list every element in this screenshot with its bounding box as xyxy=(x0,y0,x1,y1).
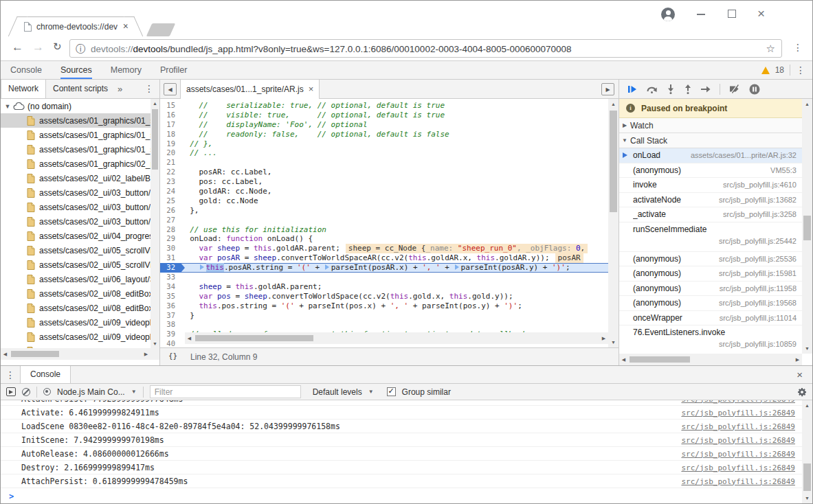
message-source-link[interactable]: src/jsb_polyfill.js:26849 xyxy=(681,463,795,472)
editor-horizontal-scrollbar[interactable]: ◀ ▶ xyxy=(185,332,608,344)
line-number[interactable]: 17 xyxy=(160,120,181,130)
group-similar-checkbox[interactable] xyxy=(387,387,396,396)
devtools-tab-profiler[interactable]: Profiler xyxy=(160,61,188,79)
message-source-link[interactable]: src/jsb_polyfill.js:26849 xyxy=(681,400,795,404)
settings-gear-icon[interactable] xyxy=(797,387,807,397)
navigator-tab-content-scripts[interactable]: Content scripts xyxy=(46,80,115,98)
file-tree-item[interactable]: assets/cases/02_ui/02_label/Bi xyxy=(1,171,151,185)
callstack-frame[interactable]: (anonymous)src/jsb_polyfill.js:11958 xyxy=(619,282,802,297)
continue-to-here-icon[interactable] xyxy=(200,264,204,270)
scrollbar-thumb[interactable] xyxy=(11,351,59,357)
line-number[interactable]: 23 xyxy=(160,177,181,187)
file-tree-item[interactable]: assets/cases/02_ui/03_button/ xyxy=(1,214,151,229)
new-tab-button[interactable] xyxy=(146,23,175,36)
code-line[interactable]: 29 onLoad: function onLoad() { xyxy=(160,234,608,244)
code-line[interactable]: 34 sheep = this.goldAR.parent; xyxy=(160,282,608,292)
callstack-frame[interactable]: (anonymous)src/jsb_polyfill.js:15981 xyxy=(619,266,802,282)
expand-arrow-icon[interactable]: ▼ xyxy=(3,103,12,110)
line-number[interactable]: 40 xyxy=(160,339,181,347)
scroll-right-icon[interactable]: ▶ xyxy=(793,354,802,365)
scroll-down-icon[interactable]: ▼ xyxy=(802,343,812,354)
chevron-down-icon[interactable]: ▼ xyxy=(131,389,137,395)
code-line[interactable]: 23 pos: cc.Label, xyxy=(160,177,608,187)
devtools-tab-console[interactable]: Console xyxy=(10,61,42,79)
line-number[interactable]: 22 xyxy=(160,168,181,177)
navigator-horizontal-scrollbar[interactable]: ◀ ▶ xyxy=(1,348,151,360)
levels-dropdown[interactable]: Default levels xyxy=(313,387,362,397)
line-number[interactable]: 38 xyxy=(160,320,181,330)
line-number[interactable]: 34 xyxy=(160,282,181,292)
code-line[interactable]: 38 xyxy=(160,320,608,330)
line-number[interactable]: 26 xyxy=(160,206,181,216)
file-tree-item[interactable]: assets/cases/02_ui/08_editBox xyxy=(1,286,151,301)
callstack-frame[interactable]: runSceneImmediatesrc/jsb_polyfill.js:254… xyxy=(619,222,802,252)
line-number[interactable]: 33 xyxy=(160,273,181,282)
file-tree-item[interactable]: assets/cases/02_ui/03_button/ xyxy=(1,185,151,200)
expand-arrow-icon[interactable]: ▼ xyxy=(619,137,630,144)
code-line[interactable]: 31 var posAR = sheep.convertToWorldSpace… xyxy=(160,253,608,263)
code-line[interactable]: 36 this.pos.string = '(' + parseInt(pos.… xyxy=(160,301,608,311)
line-number[interactable]: 24 xyxy=(160,187,181,196)
scroll-right-icon[interactable]: ▶ xyxy=(142,348,151,360)
scrollbar-thumb[interactable] xyxy=(803,216,811,240)
callstack-frame[interactable]: (anonymous)VM55:3 xyxy=(619,163,802,179)
context-selector[interactable]: Node.js Main Co... xyxy=(57,387,125,397)
scroll-left-icon[interactable]: ◀ xyxy=(1,348,10,360)
scroll-up-icon[interactable]: ▲ xyxy=(608,99,619,109)
code-editor[interactable]: 15 // serializable: true, // optional, d… xyxy=(160,99,608,347)
line-number[interactable]: 25 xyxy=(160,196,181,206)
hide-navigator-icon[interactable]: ◀ xyxy=(164,83,177,95)
scrollbar-thumb[interactable] xyxy=(610,111,617,212)
minimize-button[interactable] xyxy=(697,14,705,15)
line-number[interactable]: 21 xyxy=(160,158,181,168)
code-line[interactable]: 21 xyxy=(160,158,608,168)
warning-icon[interactable] xyxy=(761,67,770,74)
line-number[interactable]: 31 xyxy=(160,253,181,263)
browser-tab[interactable]: chrome-devtools://dev × xyxy=(19,16,133,36)
close-button[interactable]: × xyxy=(757,6,765,21)
drawer-menu-icon[interactable]: ⋮ xyxy=(1,366,20,383)
tab-close-icon[interactable]: × xyxy=(123,21,129,31)
editor-vertical-scrollbar[interactable]: ▲ ▼ xyxy=(608,99,619,347)
file-tree-item[interactable]: assets/cases/01_graphics/01_s xyxy=(1,128,151,142)
callstack-frame[interactable]: invokesrc/jsb_polyfill.js:4610 xyxy=(619,178,802,193)
pause-on-exceptions-icon[interactable] xyxy=(749,84,760,95)
drawer-close-icon[interactable]: × xyxy=(797,366,812,383)
devtools-tab-memory[interactable]: Memory xyxy=(111,61,142,79)
message-source-link[interactable]: src/jsb_polyfill.js:26849 xyxy=(681,422,795,431)
file-tree-item[interactable]: assets/cases/02_ui/05_scrollVi xyxy=(1,243,151,257)
line-number[interactable]: 16 xyxy=(160,111,181,120)
code-line[interactable]: 27 xyxy=(160,216,608,225)
line-number[interactable]: 27 xyxy=(160,216,181,225)
debugger-horizontal-scrollbar[interactable]: ◀ ▶ xyxy=(619,354,802,365)
devtools-tab-sources[interactable]: Sources xyxy=(60,61,92,79)
more-tabs-icon[interactable]: » xyxy=(115,80,125,98)
execution-context-icon[interactable] xyxy=(6,387,16,396)
code-line[interactable]: 17 // displayName: 'Foo', // optional xyxy=(160,120,608,130)
scroll-right-icon[interactable]: ▶ xyxy=(599,332,608,344)
back-icon[interactable]: ← xyxy=(12,41,23,54)
scroll-up-icon[interactable]: ▲ xyxy=(802,400,812,411)
chevron-down-icon[interactable]: ▼ xyxy=(368,389,374,395)
line-number[interactable]: 35 xyxy=(160,292,181,301)
file-tree-item[interactable]: assets/cases/02_ui/04_progres xyxy=(1,229,151,243)
line-number[interactable]: 36 xyxy=(160,301,181,311)
bookmark-star-icon[interactable]: ☆ xyxy=(766,43,775,55)
navigator-menu-icon[interactable]: ⋮ xyxy=(144,80,159,98)
code-line[interactable]: 18 // readonly: false, // optional, defa… xyxy=(160,130,608,139)
navigator-vertical-scrollbar[interactable]: ▲ ▼ xyxy=(151,99,159,348)
console-vertical-scrollbar[interactable]: ▲ ▼ xyxy=(802,400,812,503)
scrollbar-thumb[interactable] xyxy=(152,109,158,170)
line-number[interactable]: 15 xyxy=(160,101,181,111)
warning-count[interactable]: 18 xyxy=(775,65,784,75)
callstack-frame[interactable]: 76.EventListeners.invokesrc/jsb_polyfill… xyxy=(619,325,802,354)
scroll-up-icon[interactable]: ▲ xyxy=(802,99,812,109)
code-line-current[interactable]: 32 this.posAR.string = '(' + parseInt(po… xyxy=(160,263,608,273)
file-tree-item[interactable]: assets/cases/02_ui/05_scrollVi xyxy=(1,257,151,272)
code-line[interactable]: 35 var pos = sheep.convertToWorldSpace(c… xyxy=(160,292,608,301)
step-into-icon[interactable] xyxy=(667,84,675,94)
message-source-link[interactable]: src/jsb_polyfill.js:26849 xyxy=(681,477,795,486)
callstack-frame[interactable]: (anonymous)src/jsb_polyfill.js:19568 xyxy=(619,296,802,311)
code-line[interactable]: 22 posAR: cc.Label, xyxy=(160,168,608,177)
tree-root[interactable]: ▼ (no domain) xyxy=(1,99,151,113)
